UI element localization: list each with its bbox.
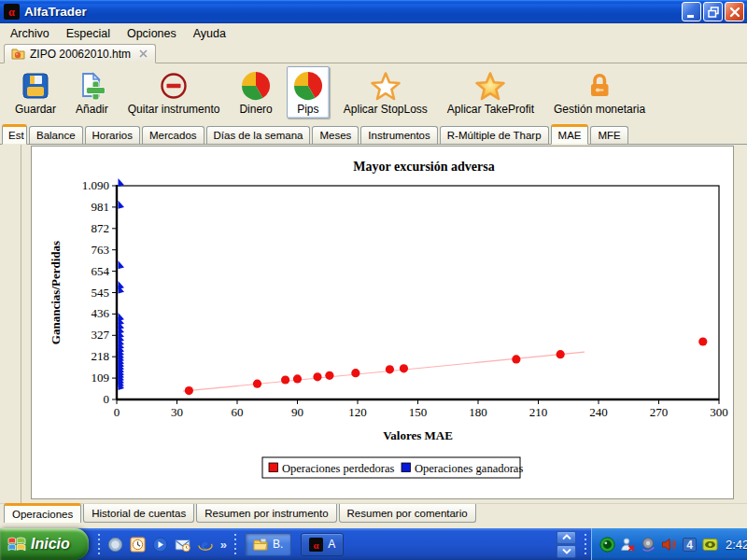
green-status-icon[interactable] bbox=[599, 536, 616, 553]
toolbar-guardar-button[interactable]: Guardar bbox=[9, 66, 62, 119]
save-floppy-icon bbox=[20, 70, 51, 102]
legend-swatch-winning bbox=[402, 463, 411, 472]
menu-archivo[interactable]: Archivo bbox=[2, 25, 58, 42]
plot-border bbox=[117, 186, 719, 399]
toolbar-aplicar-stoploss-button[interactable]: Aplicar StopLoss bbox=[338, 66, 433, 119]
quick-launch-more-chevron[interactable]: » bbox=[217, 538, 231, 552]
data-point bbox=[313, 372, 321, 381]
toolbar-dinero-button[interactable]: Dinero bbox=[233, 66, 277, 119]
y-tick-label: 545 bbox=[92, 286, 110, 300]
bottom-tab-strip: OperacionesHistorial de cuentasResumen p… bbox=[0, 503, 747, 524]
tab-mercados[interactable]: Mercados bbox=[142, 126, 204, 144]
taskbar-button-b[interactable]: B. bbox=[245, 533, 291, 556]
taskbar-separator bbox=[584, 533, 588, 555]
chart-panel: Mayor excursión adversa03060901201501802… bbox=[31, 146, 734, 499]
bottom-tab-operaciones[interactable]: Operaciones bbox=[4, 503, 81, 523]
media-player-icon[interactable] bbox=[151, 535, 170, 553]
tab-balance[interactable]: Balance bbox=[29, 126, 83, 144]
tab-mae[interactable]: MAE bbox=[551, 124, 589, 145]
taskbar: Inicio e » B.αA 4 2:42 bbox=[0, 528, 747, 560]
msn-messenger-icon[interactable] bbox=[106, 535, 125, 553]
mae-chart: Mayor excursión adversa03060901201501802… bbox=[32, 147, 733, 498]
data-point bbox=[293, 374, 302, 383]
bottom-tab-resumen-por-instrumento[interactable]: Resumen por instrumento bbox=[196, 504, 336, 523]
star-outline-icon bbox=[370, 70, 402, 102]
menu-especial[interactable]: Especial bbox=[58, 25, 119, 42]
toolbar-anadir-button[interactable]: Añadir bbox=[70, 66, 114, 119]
bottom-tab-historial-de-cuentas[interactable]: Historial de cuentas bbox=[83, 504, 194, 523]
taskbar-scroll-down-button[interactable] bbox=[557, 545, 576, 558]
view-tab-strip: EstBalanceHorariosMercadosDías de la sem… bbox=[0, 124, 747, 145]
tab-meses[interactable]: Meses bbox=[312, 126, 359, 144]
start-button[interactable]: Inicio bbox=[0, 528, 89, 560]
toolbar-button-label: Quitar instrumento bbox=[128, 103, 220, 116]
email-icon[interactable] bbox=[174, 535, 192, 553]
menu-opciones[interactable]: Opciones bbox=[119, 25, 185, 42]
menu-ayuda[interactable]: Ayuda bbox=[185, 25, 234, 42]
taskbar-button-label: A bbox=[328, 538, 335, 551]
taskbar-scroll bbox=[557, 531, 576, 558]
chart-legend: Operaciones perdedorasOperaciones ganado… bbox=[262, 457, 523, 478]
toolbar: GuardarAñadirQuitar instrumentoDineroPip… bbox=[0, 63, 747, 124]
toolbar-button-label: Añadir bbox=[76, 103, 108, 116]
x-tick-label: 150 bbox=[409, 405, 428, 419]
folder-icon bbox=[253, 538, 268, 551]
x-tick-label: 0 bbox=[114, 405, 120, 419]
y-axis: 1.0909818727636545454363272181090 bbox=[82, 178, 117, 406]
document-icon bbox=[11, 48, 25, 60]
x-tick-label: 240 bbox=[589, 405, 608, 419]
x-axis-label: Valores MAE bbox=[383, 428, 453, 442]
data-point bbox=[557, 350, 565, 358]
data-point bbox=[512, 355, 520, 363]
y-tick-label: 763 bbox=[92, 243, 110, 257]
tab-mfe[interactable]: MFE bbox=[590, 126, 627, 144]
screen: α AlfaTrader ArchivoEspecialOpcionesAyud… bbox=[0, 0, 747, 560]
y-tick-label: 872 bbox=[92, 221, 110, 235]
alfatrader-window: α AlfaTrader ArchivoEspecialOpcionesAyud… bbox=[0, 0, 747, 529]
toolbar-gestion-monetaria-button[interactable]: Gestión monetaria bbox=[548, 66, 651, 119]
tray-icons: 4 bbox=[599, 536, 719, 553]
document-tab-zipo-20062010-htm[interactable]: ZIPO 20062010.htm bbox=[4, 44, 156, 63]
alpha-icon: α bbox=[309, 538, 323, 552]
close-button[interactable] bbox=[725, 2, 744, 21]
toolbar-pips-button[interactable]: Pips bbox=[287, 66, 330, 119]
y-tick-label: 109 bbox=[92, 371, 110, 385]
y-axis-label: Ganancias/Perdidas bbox=[49, 241, 63, 344]
titlebar: α AlfaTrader bbox=[0, 0, 747, 23]
audio-device-icon[interactable] bbox=[640, 536, 657, 553]
document-tab-label: ZIPO 20062010.htm bbox=[30, 48, 131, 61]
taskbar-button-label: B. bbox=[273, 538, 283, 551]
bottom-tab-resumen-por-comentario[interactable]: Resumen por comentario bbox=[339, 504, 476, 523]
x-axis: 0306090120150180210240270300 bbox=[114, 399, 728, 419]
toolbar-button-label: Guardar bbox=[15, 103, 56, 116]
tab-instrumentos[interactable]: Instrumentos bbox=[360, 126, 437, 144]
internet-explorer-icon[interactable]: e bbox=[196, 535, 215, 553]
messenger-offline-icon[interactable] bbox=[619, 536, 637, 553]
y-tick-label: 1.090 bbox=[82, 178, 109, 192]
tab-est-partial[interactable]: Est bbox=[2, 124, 27, 145]
tab-dias-de-la-semana[interactable]: Días de la semana bbox=[206, 126, 311, 144]
data-point bbox=[386, 365, 394, 373]
volume-icon[interactable] bbox=[660, 536, 678, 553]
left-panel-edge bbox=[21, 145, 21, 503]
scheduler-clock-icon[interactable] bbox=[129, 535, 148, 553]
display-settings-icon[interactable] bbox=[701, 536, 719, 553]
data-point bbox=[185, 386, 193, 395]
restore-button[interactable] bbox=[703, 2, 723, 21]
tab-r-multiple-de-tharp[interactable]: R-Múltiple de Tharp bbox=[440, 126, 549, 144]
x-tick-label: 270 bbox=[650, 405, 669, 419]
tab-horarios[interactable]: Horarios bbox=[85, 126, 140, 144]
toolbar-quitar-instrumento-button[interactable]: Quitar instrumento bbox=[122, 66, 226, 119]
content-area: Mayor excursión adversa03060901201501802… bbox=[0, 145, 747, 503]
window-controls bbox=[682, 2, 744, 21]
blue-4-icon[interactable]: 4 bbox=[681, 536, 698, 553]
add-document-icon bbox=[76, 70, 107, 102]
taskbar-button-a[interactable]: αA bbox=[301, 533, 344, 556]
y-tick-label: 981 bbox=[92, 200, 110, 214]
toolbar-aplicar-takeprofit-button[interactable]: Aplicar TakeProfit bbox=[442, 66, 540, 119]
pie-chart-icon bbox=[240, 70, 272, 102]
taskbar-scroll-up-button[interactable] bbox=[557, 531, 576, 544]
tab-close-icon[interactable] bbox=[138, 49, 148, 59]
y-tick-label: 0 bbox=[104, 392, 110, 406]
minimize-button[interactable] bbox=[682, 2, 701, 21]
